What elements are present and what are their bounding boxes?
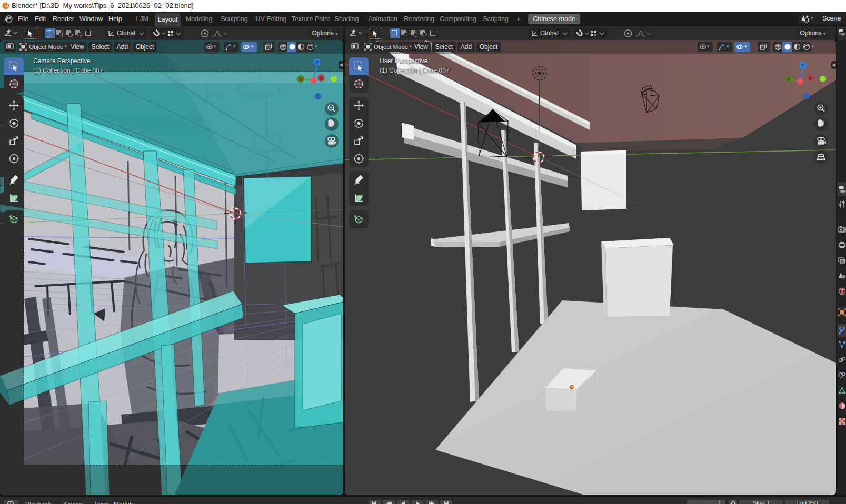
svg-text:Y: Y [299,76,303,82]
svg-text:Y: Y [787,76,791,82]
svg-text:X: X [809,75,812,81]
svg-text:X: X [320,75,323,81]
svg-text:Z: Z [315,59,319,65]
svg-text:Z: Z [801,63,804,68]
